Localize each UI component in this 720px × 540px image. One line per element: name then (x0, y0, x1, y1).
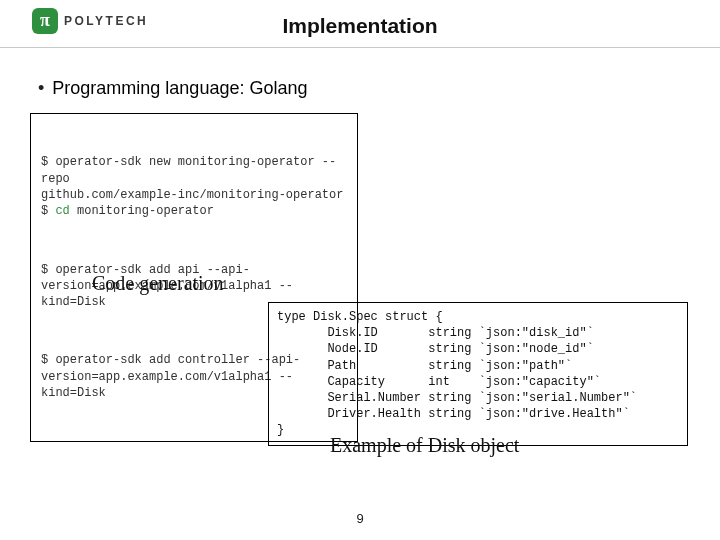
disk-object-caption: Example of Disk object (330, 434, 519, 457)
code-line: Disk.ID string `json:"disk_id"` (277, 326, 594, 340)
slide: π POLYTECH Implementation • Programming … (0, 0, 720, 540)
code-line: Driver.Health string `json:"drive.Health… (277, 407, 630, 421)
page-number: 9 (0, 511, 720, 526)
code-generation-caption: Code generation (92, 272, 224, 295)
code-line: Serial.Number string `json:"serial.Numbe… (277, 391, 637, 405)
code-line: github.com/example-inc/monitoring-operat… (41, 188, 343, 202)
code-line: $ operator-sdk new monitoring-operator -… (41, 155, 336, 185)
code-line: Node.ID string `json:"node_id"` (277, 342, 594, 356)
bullet-item: • Programming language: Golang (38, 78, 307, 99)
page-title: Implementation (0, 14, 720, 38)
title-divider (0, 47, 720, 48)
bullet-text: Programming language: Golang (52, 78, 307, 99)
code-line: $ (41, 204, 55, 218)
code-line: Capacity int `json:"capacity"` (277, 375, 601, 389)
code-line: type Disk.Spec struct { (277, 310, 443, 324)
bullet-icon: • (38, 79, 44, 97)
code-line: $ operator-sdk add controller --api- (41, 353, 300, 367)
code-line: } (277, 423, 284, 437)
code-line: Path string `json:"path"` (277, 359, 572, 373)
disk-struct-snippet: type Disk.Spec struct { Disk.ID string `… (268, 302, 688, 446)
code-line: version=app.example.com/v1alpha1 --kind=… (41, 370, 293, 400)
code-line: monitoring-operator (70, 204, 214, 218)
code-keyword-cd: cd (55, 204, 69, 218)
